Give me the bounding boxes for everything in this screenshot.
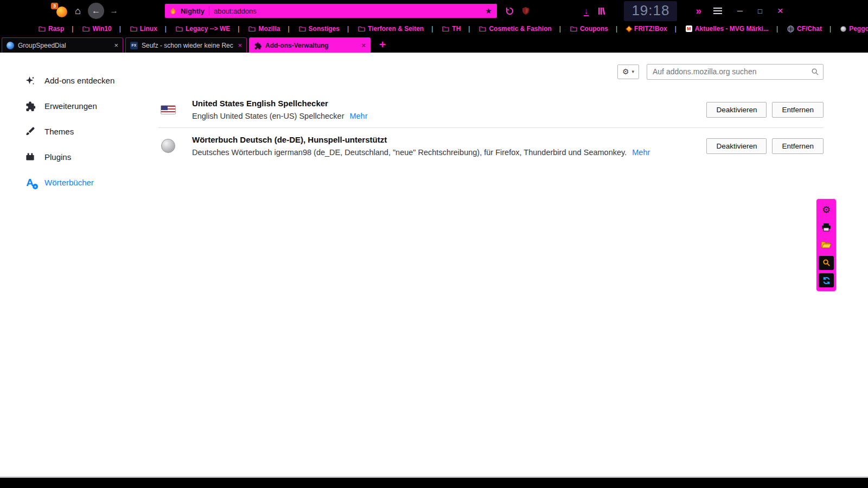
bookmark-mvg[interactable]: M Aktuelles - MVG Märki... <box>671 25 773 33</box>
overflow-chevron-icon[interactable]: » <box>695 5 701 17</box>
globe-icon <box>787 25 794 33</box>
sidebar-item-themes[interactable]: Themes <box>24 119 145 144</box>
home-button[interactable]: ⌂ <box>75 5 81 17</box>
paintbrush-icon <box>24 126 36 137</box>
tab-close-icon[interactable]: × <box>361 41 366 49</box>
sidebar-item-extensions[interactable]: Erweiterungen <box>24 93 145 119</box>
ublock-shield-icon[interactable] <box>521 7 530 15</box>
tab-addons-verwaltung[interactable]: Add-ons-Verwaltung × <box>249 37 371 53</box>
open-folder-icon[interactable] <box>819 238 834 252</box>
more-link[interactable]: Mehr <box>349 112 367 120</box>
dictionary-a-icon: A+ <box>24 177 36 188</box>
discover-sparkle-icon <box>24 76 36 86</box>
remove-button[interactable]: Entfernen <box>772 102 824 118</box>
urlbar-separator <box>209 7 209 15</box>
bookmark-folder-coupons[interactable]: Coupons <box>556 25 612 33</box>
remove-button[interactable]: Entfernen <box>772 138 824 154</box>
new-tab-button[interactable]: + <box>379 38 386 51</box>
addon-row-de-de: Wörterbuch Deutsch (de-DE), Hunspell-unt… <box>158 127 824 164</box>
tab-seufz[interactable]: FX Seufz - schon wieder keine Rec × <box>125 37 247 53</box>
browser-window: 3 ⌂ ← → Nightly about:addons ★ ↓ 19:18 »… <box>0 0 868 488</box>
addons-manager-page: Add-ons entdecken Erweiterungen Themes P… <box>0 53 868 478</box>
bookmark-cfchat[interactable]: CF/Chat <box>773 25 826 33</box>
reload-icon[interactable] <box>506 7 514 15</box>
puzzle-icon <box>24 101 36 111</box>
folder-icon <box>479 26 486 32</box>
search-input[interactable] <box>647 64 824 80</box>
bookmark-star-icon[interactable]: ★ <box>485 7 492 15</box>
addons-sidebar: Add-ons entdecken Erweiterungen Themes P… <box>0 53 145 476</box>
addons-list-pane: ⚙ ▾ United States English Spellchecker E… <box>145 53 868 476</box>
hamburger-menu-icon[interactable] <box>713 8 722 14</box>
addons-search <box>647 64 824 80</box>
firefox-icon <box>56 7 67 17</box>
bookmark-folder-tierforen[interactable]: Tierforen & Seiten <box>343 25 427 33</box>
addon-description: English United States (en-US) Spellcheck… <box>192 112 692 120</box>
puzzle-favicon <box>254 42 261 49</box>
fx-favicon: FX <box>130 42 138 49</box>
folder-icon <box>248 26 256 32</box>
sidebar-item-dictionaries[interactable]: A+ Wörterbücher <box>24 170 145 195</box>
settings-gear-icon[interactable]: ⚙ <box>819 203 834 217</box>
bookmark-peggo[interactable]: Peggo <box>826 25 868 33</box>
groupspeeddial-favicon <box>7 42 14 49</box>
bookmark-folder-sonstiges[interactable]: Sonstiges <box>284 25 343 33</box>
sync-refresh-icon[interactable] <box>819 273 834 287</box>
back-button[interactable]: ← <box>88 3 104 19</box>
addons-header: ⚙ ▾ <box>158 63 824 80</box>
navigation-toolbar: 3 ⌂ ← → Nightly about:addons ★ ↓ 19:18 »… <box>0 0 868 22</box>
nightly-icon <box>170 7 176 15</box>
addon-title: Wörterbuch Deutsch (de-DE), Hunspell-unt… <box>192 135 692 144</box>
tab-close-icon[interactable]: × <box>238 41 242 49</box>
minimize-button[interactable]: ─ <box>737 7 743 15</box>
tools-dropdown-button[interactable]: ⚙ ▾ <box>617 65 639 79</box>
tab-bar: GroupSpeedDial × FX Seufz - schon wieder… <box>0 36 868 53</box>
gear-icon: ⚙ <box>622 67 629 76</box>
close-button[interactable]: × <box>777 5 783 17</box>
bookmark-folder-cosmetic[interactable]: Cosmetic & Fashion <box>464 25 555 33</box>
fritzbox-icon <box>626 25 633 33</box>
addon-description: Deutsches Wörterbuch igerman98 (de_DE, D… <box>192 148 692 157</box>
addon-title: United States English Spellchecker <box>192 99 692 108</box>
tab-groupspeeddial[interactable]: GroupSpeedDial × <box>2 37 123 53</box>
forward-button[interactable]: → <box>110 6 118 16</box>
floating-quick-toolbar: ⚙ <box>816 198 837 292</box>
downloads-icon[interactable]: ↓ <box>584 6 589 16</box>
search-icon[interactable] <box>811 68 819 78</box>
sidebar-item-discover[interactable]: Add-ons entdecken <box>24 68 145 93</box>
firefox-menu-icon[interactable]: 3 <box>53 4 67 17</box>
folder-icon <box>442 26 449 32</box>
bookmark-folder-th[interactable]: TH <box>427 25 464 33</box>
peggo-icon <box>840 26 846 32</box>
more-link[interactable]: Mehr <box>632 148 650 157</box>
disable-button[interactable]: Deaktivieren <box>706 138 767 154</box>
folder-icon <box>299 26 306 32</box>
folder-icon <box>176 26 183 32</box>
search-tool-icon[interactable] <box>819 256 834 270</box>
library-icon[interactable] <box>598 7 607 15</box>
maximize-button[interactable]: □ <box>758 7 762 15</box>
clock-widget: 19:18 <box>624 1 677 21</box>
bookmark-folder-mozilla[interactable]: Mozilla <box>234 25 284 33</box>
folder-icon <box>130 26 137 32</box>
folder-icon <box>39 26 46 32</box>
bookmark-folder-legacy[interactable]: Legacy --> WE <box>161 25 234 33</box>
notification-badge: 3 <box>51 3 58 9</box>
print-icon[interactable] <box>819 220 834 234</box>
bookmark-folder-linux[interactable]: Linux <box>116 25 161 33</box>
mvg-icon: M <box>686 25 692 32</box>
disable-button[interactable]: Deaktivieren <box>706 102 767 118</box>
bookmark-folder-win10[interactable]: Win10 <box>68 25 115 33</box>
folder-icon <box>358 26 365 32</box>
addon-row-en-us: United States English Spellchecker Engli… <box>158 92 824 127</box>
bookmarks-toolbar: Rasp Win10 Linux Legacy --> WE Mozilla S… <box>0 22 868 36</box>
folder-icon <box>82 26 90 32</box>
sidebar-item-plugins[interactable]: Plugins <box>24 144 145 170</box>
bookmark-folder-rasp[interactable]: Rasp <box>35 25 68 33</box>
folder-icon <box>570 26 577 32</box>
url-bar[interactable]: Nightly about:addons ★ <box>165 4 497 18</box>
tab-close-icon[interactable]: × <box>114 41 118 49</box>
bookmark-fritzbox[interactable]: FRITZ!Box <box>612 25 671 33</box>
urlbar-url-text[interactable]: about:addons <box>214 7 481 15</box>
us-flag-icon <box>158 105 178 114</box>
